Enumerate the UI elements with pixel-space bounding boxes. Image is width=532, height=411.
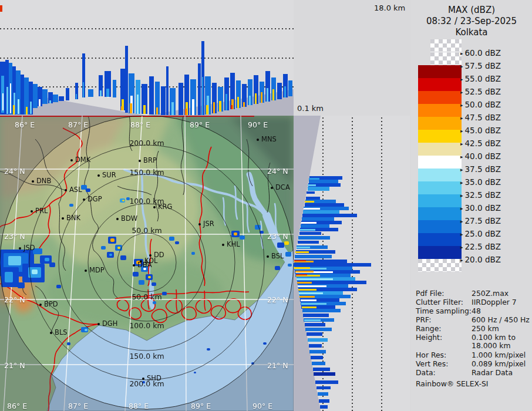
reflectivity-bar — [318, 392, 328, 396]
reflectivity-bar — [213, 102, 215, 113]
reflectivity-bar — [315, 380, 338, 384]
reflectivity-bar — [305, 323, 325, 326]
map-labels: DMKSURDNBASLDGPPRLBNKBDWKRGBRPMNSDCAJSRK… — [0, 116, 294, 411]
city-marker — [31, 210, 33, 213]
legend-band — [430, 52, 462, 65]
metadata-label: Data: — [416, 368, 436, 377]
level-arrow-icon: ▸ — [460, 257, 463, 263]
reflectivity-bar — [312, 362, 325, 365]
reflectivity-bar — [83, 82, 84, 97]
height-axis-max-label: 18.0 km — [374, 4, 405, 12]
level-arrow-icon: ▸ — [460, 180, 463, 186]
metadata-value: 18.000 km — [472, 341, 511, 350]
level-arrow-icon: ▸ — [460, 206, 463, 211]
legend-level-label: ▸35.0 dBZ — [460, 177, 501, 187]
reflectivity-bar — [231, 105, 233, 109]
reflectivity-bar — [295, 255, 331, 258]
reflectivity-bar — [304, 208, 320, 210]
reflectivity-bar — [171, 102, 174, 115]
xz-profile-panel — [0, 0, 294, 116]
lat-label-right: 21° N — [267, 361, 288, 370]
legend-level-label: ▸50.0 dBZ — [460, 100, 501, 109]
reflectivity-bar — [295, 251, 309, 253]
reflectivity-bar — [305, 328, 331, 331]
lon-label-bottom: 90° E — [252, 402, 272, 410]
reflectivity-bar — [316, 386, 331, 389]
ring-label: 150.0 km — [129, 168, 164, 177]
reflectivity-bar — [294, 267, 310, 269]
lat-label-left: 24° N — [4, 167, 25, 176]
reflectivity-bar — [198, 63, 201, 115]
reflectivity-bar — [297, 282, 312, 284]
reflectivity-bar — [161, 86, 166, 115]
city-marker — [19, 247, 21, 250]
city-marker — [62, 217, 64, 220]
reflectivity-bar — [304, 319, 321, 321]
reflectivity-bar — [166, 66, 169, 115]
reflectivity-bar — [2, 93, 4, 111]
legend-level-label: ▸22.5 dBZ — [460, 242, 501, 251]
legend-level-label: ▸37.5 dBZ — [460, 164, 501, 174]
reflectivity-bar — [295, 271, 314, 272]
level-arrow-icon: ▸ — [460, 102, 463, 108]
reflectivity-bar — [76, 94, 77, 99]
ring-label: 100.0 km — [129, 321, 164, 330]
level-arrow-icon: ▸ — [460, 167, 463, 173]
reflectivity-bar — [313, 368, 330, 371]
reflectivity-bar — [106, 89, 109, 97]
city-label-bsl: BSL — [271, 252, 284, 260]
reflectivity-bar — [179, 83, 183, 115]
lon-label-top: 87° E — [68, 120, 88, 129]
metadata-value: 0.089 km/pixel — [472, 359, 526, 368]
city-label-jsd: JSD — [23, 244, 35, 252]
metadata-label: Time sampling: — [416, 306, 472, 315]
metadata-value: 250 km — [472, 324, 499, 333]
metadata-label: PRF: — [416, 315, 431, 324]
city-label-dba: DBA — [137, 261, 152, 269]
metadata-value: 0.100 km to — [472, 333, 516, 342]
level-arrow-icon: ▸ — [460, 76, 463, 82]
city-label-bdw: BDW — [121, 214, 137, 223]
ring-label: 200.0 km — [129, 379, 164, 388]
city-label-bls: BLS — [55, 328, 68, 336]
lat-label-right: 23° N — [267, 232, 288, 241]
city-marker — [97, 323, 100, 325]
legend-band — [418, 207, 462, 220]
reflectivity-bar — [225, 94, 227, 110]
city-marker — [97, 174, 100, 177]
level-arrow-icon: ▸ — [460, 154, 463, 160]
city-label-khl: KHL — [227, 240, 240, 248]
reflectivity-bar — [59, 96, 64, 101]
legend-band — [418, 169, 462, 181]
reflectivity-bar — [299, 229, 315, 231]
reflectivity-bar — [277, 83, 282, 99]
legend-level-label: ▸30.0 dBZ — [460, 203, 501, 213]
reflectivity-bar — [202, 77, 203, 115]
level-arrow-icon: ▸ — [460, 141, 463, 147]
city-marker — [222, 244, 224, 246]
reflectivity-bar — [307, 191, 315, 194]
reflectivity-bar — [299, 296, 315, 298]
reflectivity-bar — [308, 187, 330, 191]
reflectivity-bar — [297, 247, 310, 248]
legend-band — [430, 39, 462, 52]
legend-panel: MAX (dBZ) 08:32 / 23-Sep-2025 Kolkata ▸6… — [411, 0, 532, 411]
yz-profile-panel — [294, 116, 410, 411]
legend-level-label: ▸25.0 dBZ — [460, 229, 501, 238]
legend-level-label: ▸52.5 dBZ — [460, 87, 501, 96]
reflectivity-bar — [261, 92, 262, 103]
reflectivity-bar — [298, 285, 326, 287]
height-axis-origin-label: 0.1 km — [297, 104, 324, 113]
ring-label: 200.0 km — [129, 139, 164, 147]
reflectivity-bar — [249, 96, 251, 105]
level-arrow-icon: ▸ — [460, 231, 463, 237]
metadata-value: 48 — [472, 306, 481, 315]
metadata-label: Range: — [416, 324, 441, 333]
reflectivity-bar — [192, 99, 194, 115]
city-label-mdp: MDP — [89, 266, 105, 274]
legend-band — [418, 104, 462, 117]
reflectivity-bar — [308, 338, 328, 342]
reflectivity-bar — [49, 100, 51, 103]
reflectivity-bar — [299, 232, 321, 235]
city-label-asl: ASL — [69, 186, 82, 194]
